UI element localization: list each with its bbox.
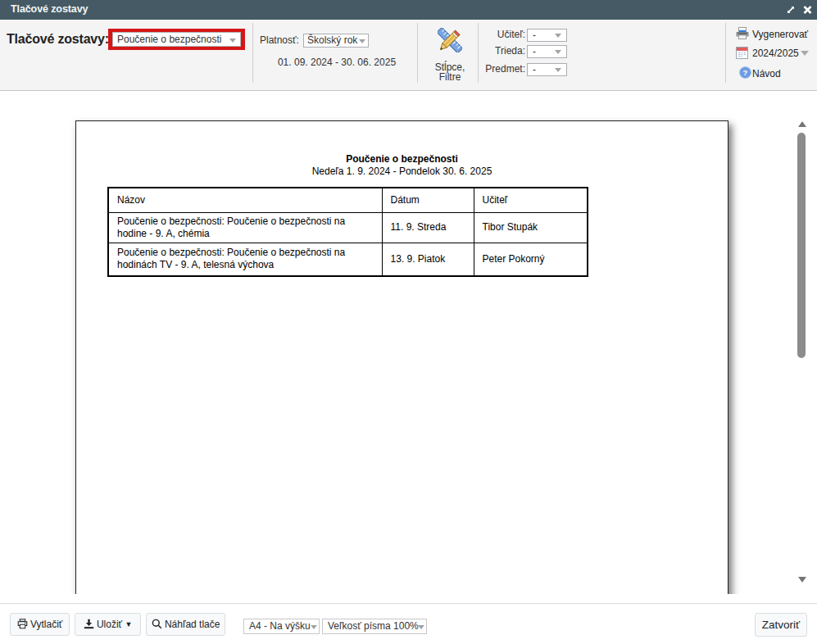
svg-text:?: ? [743, 68, 748, 77]
